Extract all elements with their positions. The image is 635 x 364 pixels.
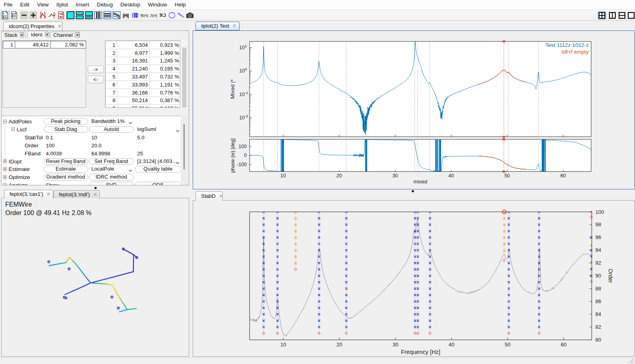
- stable-pole-marker[interactable]: [414, 268, 416, 271]
- stable-pole-marker[interactable]: [429, 313, 431, 316]
- menu-desktop[interactable]: Desktop: [117, 0, 144, 10]
- -1-3124-4-003--dropdown[interactable]: [1:3124] (4.003...: [135, 158, 181, 165]
- subtab-ident[interactable]: Ident✕: [28, 31, 47, 38]
- close-icon[interactable]: ✕: [216, 193, 223, 199]
- stable-pole-marker[interactable]: [414, 223, 416, 226]
- stable-pole-marker[interactable]: [345, 313, 348, 316]
- stable-pole-marker[interactable]: [345, 275, 348, 277]
- table-cell[interactable]: 49,412: [15, 41, 51, 48]
- stable-pole-marker[interactable]: [417, 300, 419, 303]
- legend-entry[interactable]: Test 1112z 1012-z: [545, 42, 589, 48]
- stable-pole-marker[interactable]: [429, 288, 431, 290]
- table-cell[interactable]: 8,977: [117, 49, 150, 57]
- stable-pole-marker[interactable]: [414, 300, 416, 303]
- table-row[interactable]: 28,9771,999 %: [106, 49, 181, 57]
- stable-pole-marker[interactable]: [429, 300, 431, 303]
- real-part-button[interactable]: ℜ(H): [140, 11, 149, 20]
- stable-pole-marker[interactable]: [417, 326, 419, 328]
- estimate-button[interactable]: Estimate: [44, 166, 88, 172]
- stable-pole-marker[interactable]: [345, 223, 348, 226]
- stable-pole-marker[interactable]: [417, 230, 419, 232]
- add-pole-button[interactable]: [29, 11, 38, 20]
- stable-pole-marker[interactable]: [429, 223, 431, 226]
- new-pole-marker[interactable]: [262, 332, 264, 334]
- stable-pole-marker[interactable]: [417, 223, 419, 226]
- vertical-bars-button[interactable]: [94, 11, 103, 20]
- table-cell[interactable]: 0,776 %: [150, 88, 181, 97]
- stable-pole-marker[interactable]: [262, 268, 265, 271]
- stable-pole-marker[interactable]: [538, 288, 540, 290]
- table-cell[interactable]: 1: [106, 41, 117, 49]
- nyquist-button[interactable]: [167, 11, 176, 20]
- stable-pole-marker[interactable]: [262, 255, 265, 258]
- stable-pole-marker[interactable]: [276, 255, 279, 258]
- table-cell[interactable]: 2,082 %: [50, 41, 86, 48]
- stable-pole-marker[interactable]: [318, 313, 321, 316]
- remove-pole-button[interactable]: [20, 11, 28, 20]
- stable-pole-marker[interactable]: [508, 313, 510, 316]
- table-cell[interactable]: 2: [106, 49, 117, 57]
- unwrap-button[interactable]: [177, 11, 185, 20]
- stable-pole-marker[interactable]: [508, 288, 510, 290]
- stable-pole-marker[interactable]: [318, 275, 321, 277]
- stable-pole-marker[interactable]: [414, 275, 416, 277]
- expand-icon[interactable]: [3, 183, 7, 185]
- table-cell[interactable]: 21,240: [117, 65, 150, 73]
- menu-debug[interactable]: Debug: [93, 0, 117, 10]
- new-pole-marker[interactable]: [294, 268, 296, 270]
- stable-pole-marker[interactable]: [345, 243, 348, 245]
- stable-pole-marker[interactable]: [345, 326, 348, 328]
- table-row[interactable]: 955,6140,106 %: [106, 105, 181, 108]
- stable-pole-marker[interactable]: [508, 275, 510, 277]
- stable-pole-marker[interactable]: [414, 326, 416, 328]
- imag-part-button[interactable]: ℑ(H): [149, 11, 158, 20]
- stable-pole-marker[interactable]: [508, 217, 510, 219]
- stable-pole-marker[interactable]: [590, 268, 593, 270]
- table-cell[interactable]: 3: [106, 57, 117, 65]
- horizontal-lines-button[interactable]: [103, 11, 112, 20]
- stable-pole-marker[interactable]: [538, 230, 540, 232]
- tree-value[interactable]: 0.1: [46, 135, 53, 141]
- stable-pole-marker[interactable]: [538, 300, 540, 303]
- stable-pole-marker[interactable]: [345, 281, 348, 284]
- close-icon[interactable]: ✕: [45, 32, 49, 37]
- tree-value[interactable]: 10: [91, 135, 97, 141]
- localpole-dropdown[interactable]: LocalPole: [89, 166, 134, 172]
- menu-file[interactable]: File: [0, 0, 16, 10]
- stable-pole-marker[interactable]: [276, 281, 279, 284]
- stable-pole-marker[interactable]: [276, 217, 279, 219]
- stable-pole-marker[interactable]: [538, 313, 540, 316]
- stable-pole-marker[interactable]: [276, 288, 279, 290]
- layout-grid-button[interactable]: [598, 11, 606, 20]
- table-row[interactable]: 149,4122,082 %: [3, 41, 86, 48]
- stable-pole-marker[interactable]: [417, 288, 419, 290]
- table-row[interactable]: 16,5040,923 %: [106, 41, 181, 49]
- tree-value[interactable]: 5.0: [137, 135, 145, 141]
- close-icon[interactable]: ✕: [54, 23, 62, 29]
- stable-pole-marker[interactable]: [262, 217, 265, 219]
- refresh-stack-button[interactable]: [57, 11, 66, 20]
- ident-properties-button[interactable]: I: [1, 11, 10, 20]
- table-cell[interactable]: 33,993: [117, 80, 150, 88]
- stable-pole-marker[interactable]: [318, 268, 321, 271]
- stable-pole-marker[interactable]: [414, 217, 416, 219]
- stable-pole-marker[interactable]: [318, 300, 321, 303]
- stable-pole-marker[interactable]: [417, 268, 419, 271]
- tab-feplot-cax1[interactable]: feplot(3,'cax1') ✕: [4, 190, 53, 198]
- legend-entry[interactable]: IdFrf empty: [561, 49, 589, 55]
- phase-frf-button[interactable]: [131, 11, 139, 20]
- stable-pole-marker[interactable]: [276, 300, 279, 303]
- tab-stabd[interactable]: StabD ✕: [196, 191, 223, 201]
- stable-pole-marker[interactable]: [417, 217, 419, 219]
- stable-pole-marker[interactable]: [417, 275, 419, 277]
- resize-grip-icon[interactable]: [628, 358, 635, 364]
- stable-pole-marker[interactable]: [345, 268, 348, 271]
- stable-pole-marker[interactable]: [262, 313, 265, 316]
- table-cell[interactable]: 9: [106, 105, 117, 108]
- scrollbar-thumb[interactable]: [182, 48, 186, 107]
- stable-pole-marker[interactable]: [318, 281, 321, 284]
- table-cell[interactable]: 7: [106, 88, 117, 97]
- collapse-icon[interactable]: [3, 120, 7, 123]
- expand-icon[interactable]: [3, 167, 7, 171]
- tree-value[interactable]: 20.0: [91, 143, 101, 149]
